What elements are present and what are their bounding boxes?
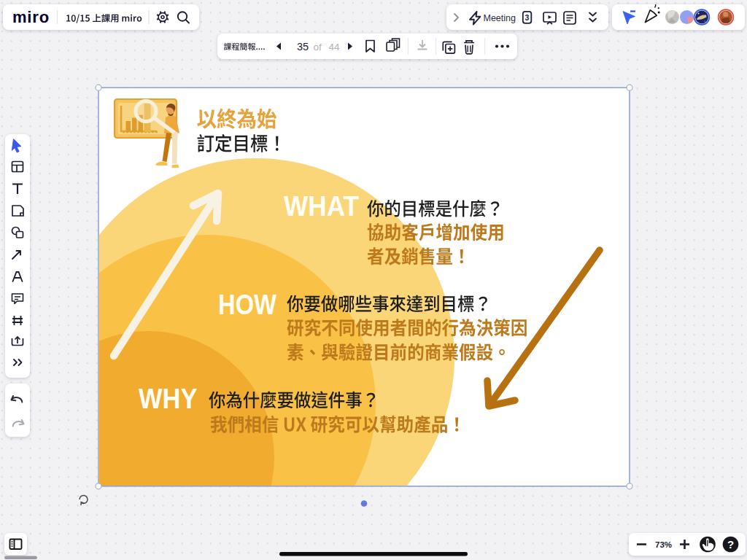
- svg-text:73%: 73%: [655, 540, 672, 549]
- svg-text:miro: miro: [12, 8, 50, 26]
- svg-text:HOW: HOW: [218, 289, 276, 320]
- svg-text:of: of: [314, 42, 322, 52]
- svg-text:35: 35: [297, 41, 309, 52]
- svg-text:WHAT: WHAT: [284, 191, 359, 222]
- svg-text:?: ?: [727, 538, 734, 551]
- svg-text:3: 3: [525, 13, 530, 22]
- svg-text:WHY: WHY: [139, 384, 198, 414]
- svg-text:Meeting: Meeting: [484, 13, 516, 23]
- svg-text:44: 44: [329, 42, 341, 52]
